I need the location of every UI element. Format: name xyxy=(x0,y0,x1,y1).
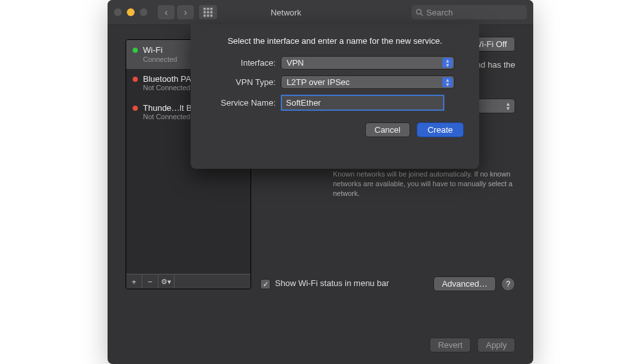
status-dot-icon xyxy=(133,106,138,111)
help-button[interactable]: ? xyxy=(501,277,515,291)
cancel-button[interactable]: Cancel xyxy=(365,122,410,137)
revert-button[interactable]: Revert xyxy=(430,338,471,352)
chevron-updown-icon: ▲▼ xyxy=(442,58,453,68)
add-service-button[interactable]: + xyxy=(126,274,142,289)
service-status: Not Connected xyxy=(143,84,197,92)
zoom-window-icon[interactable] xyxy=(140,8,147,16)
interface-select[interactable]: VPN▲▼ xyxy=(281,56,455,70)
vpn-type-label: VPN Type: xyxy=(206,77,276,87)
titlebar: ‹ › Network Search xyxy=(108,0,533,25)
sidebar-footer: + − ⚙︎▾ xyxy=(126,274,251,289)
search-placeholder: Search xyxy=(426,8,453,17)
status-dot-icon xyxy=(133,77,138,82)
advanced-button[interactable]: Advanced… xyxy=(433,276,496,291)
chevron-updown-icon: ▲▼ xyxy=(442,77,453,87)
status-dot-icon xyxy=(133,48,138,53)
service-name-input[interactable] xyxy=(281,95,444,111)
service-status: Connected xyxy=(143,55,177,64)
minimize-window-icon[interactable] xyxy=(127,8,135,16)
search-icon xyxy=(415,8,424,17)
new-service-sheet: Select the interface and enter a name fo… xyxy=(191,24,479,169)
interface-label: Interface: xyxy=(206,58,276,68)
chevron-updown-icon: ▲▼ xyxy=(503,101,513,111)
checkbox-hint: Known networks will be joined automatica… xyxy=(333,169,515,198)
search-input[interactable]: Search xyxy=(412,5,527,19)
svg-point-9 xyxy=(417,9,421,14)
checkbox-label: Show Wi-Fi status in menu bar xyxy=(275,278,389,288)
remove-service-button[interactable]: − xyxy=(142,274,158,289)
close-window-icon[interactable] xyxy=(114,8,122,16)
create-button[interactable]: Create xyxy=(417,122,464,137)
vpn-type-select[interactable]: L2TP over IPSec▲▼ xyxy=(281,75,455,89)
service-name: Bluetooth PAN xyxy=(143,74,197,84)
checkbox-icon: ✓ xyxy=(260,279,270,289)
sheet-heading: Select the interface and enter a name fo… xyxy=(206,36,464,46)
service-actions-menu[interactable]: ⚙︎▾ xyxy=(158,274,175,289)
traffic-lights xyxy=(114,8,147,16)
window-footer: Revert Apply xyxy=(430,338,515,352)
window-title: Network xyxy=(160,8,412,17)
show-status-checkbox[interactable]: ✓Show Wi-Fi status in menu bar xyxy=(260,278,389,289)
service-name-label: Service Name: xyxy=(206,98,276,108)
apply-button[interactable]: Apply xyxy=(477,338,515,352)
svg-line-10 xyxy=(421,14,422,15)
service-name: Wi-Fi xyxy=(143,45,177,55)
